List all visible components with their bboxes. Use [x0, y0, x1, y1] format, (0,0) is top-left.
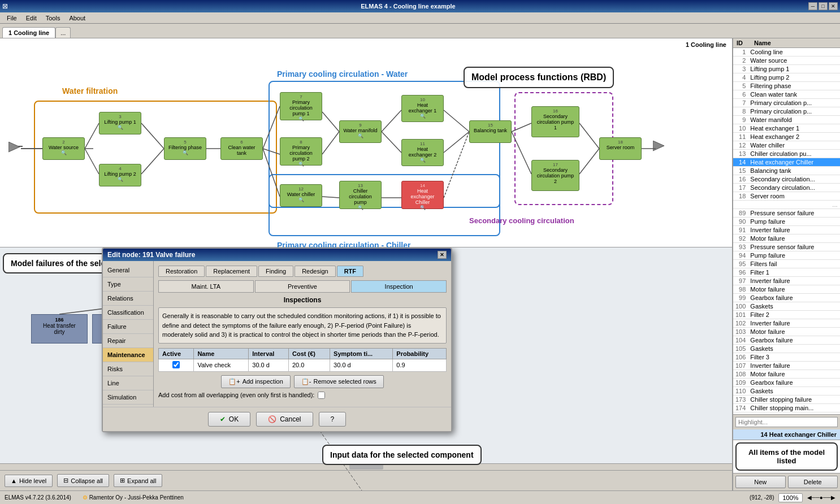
rbd-node-9[interactable]: 9 Water manifold 🔍 [339, 120, 382, 143]
rbd-node-7[interactable]: 7 Primary circulation pump 1 🔍 [280, 92, 322, 120]
list-item[interactable]: 102Inverter failure [733, 319, 840, 328]
sidebar-classification[interactable]: Classification [103, 306, 153, 320]
list-item[interactable]: 6Clean water tank [733, 90, 840, 99]
rbd-node-3[interactable]: 3 Lifting pump 1 🔍 [99, 112, 141, 134]
cell-active[interactable] [159, 359, 194, 371]
list-item[interactable]: 108Motor failure [733, 370, 840, 379]
list-item[interactable]: 95Filters fail [733, 260, 840, 268]
fta-scrollbar-h[interactable] [0, 463, 732, 470]
tab-replacement[interactable]: Replacement [206, 266, 257, 277]
list-item[interactable]: 107Inverter failure [733, 362, 840, 370]
maximize-button[interactable]: □ [819, 2, 828, 10]
list-item[interactable]: 106Filter 3 [733, 353, 840, 362]
dialog-close-button[interactable]: ✕ [438, 251, 447, 259]
delete-button[interactable]: Delete [788, 476, 838, 488]
list-item[interactable]: 174Chiller stopping main... [733, 404, 840, 412]
list-item[interactable]: 96Filter 1 [733, 268, 840, 277]
menu-edit[interactable]: Edit [21, 14, 41, 23]
tab-restoration[interactable]: Restoration [158, 266, 205, 277]
rbd-node-16[interactable]: 16 Secondary circulation pump 1 [531, 106, 579, 137]
type-inspection[interactable]: Inspection [351, 280, 447, 293]
active-checkbox[interactable] [172, 361, 180, 368]
rbd-node-11[interactable]: 11 Heat exchanger 2 🔍 [401, 139, 444, 166]
list-item[interactable]: 10Heat exchanger 1 [733, 124, 840, 133]
list-item[interactable]: 97Inverter failure [733, 277, 840, 285]
menu-tools[interactable]: Tools [41, 14, 65, 23]
rbd-node-2[interactable]: 2 Water source 🔍 [42, 137, 85, 160]
tab-rtf[interactable]: RTF [337, 266, 363, 277]
list-item[interactable]: 5Filtering phase [733, 82, 840, 90]
list-item[interactable]: 8Primary circulation p... [733, 107, 840, 116]
sidebar-repair[interactable]: Repair [103, 334, 153, 348]
rbd-node-6[interactable]: 6 Clean water tank [220, 137, 263, 160]
list-item[interactable]: 101Filter 2 [733, 311, 840, 319]
rbd-node-17[interactable]: 17 Secondary circulation pump 2 [531, 160, 579, 191]
zoom-slider[interactable]: ◀──●──▶ [807, 494, 835, 501]
collapse-all-button[interactable]: ⊟ Collapse all [57, 474, 109, 487]
rbd-node-12[interactable]: 12 Water chiller 🔍 [280, 184, 322, 207]
rbd-node-14[interactable]: 14 Heat exchanger Chiller 🔍 [401, 181, 444, 209]
add-inspection-button[interactable]: 📋+ Add inspection [221, 375, 291, 388]
list-item[interactable]: 16Secondary circulation... [733, 175, 840, 184]
list-item[interactable]: 98Motor failure [733, 285, 840, 294]
rbd-node-8[interactable]: 8 Primary circulation pump 2 🔍 [280, 137, 322, 166]
list-item[interactable]: 1Cooling line [733, 48, 840, 57]
ok-button[interactable]: ✔ OK [208, 412, 250, 427]
list-item[interactable]: 92Motor failure [733, 234, 840, 243]
list-item[interactable]: 11Heat exchanger 2 [733, 133, 840, 141]
list-item[interactable]: 99Gearbox failure [733, 294, 840, 302]
list-item-selected[interactable]: 14Heat exchanger Chiller [733, 158, 840, 167]
right-panel-list[interactable]: 1Cooling line 2Water source 3Lifting pum… [733, 48, 840, 414]
rbd-node-13[interactable]: 13 Chiller circulation pump 🔍 [339, 181, 382, 209]
help-button[interactable]: ? [319, 412, 347, 427]
sidebar-risks[interactable]: Risks [103, 362, 153, 376]
menu-file[interactable]: File [2, 14, 21, 23]
sidebar-simulation[interactable]: Simulation [103, 390, 153, 405]
list-item[interactable]: 13Chiller circulation pu... [733, 150, 840, 158]
list-item[interactable]: 91Inverter failure [733, 226, 840, 234]
list-item[interactable]: 100Gaskets [733, 302, 840, 311]
expand-all-button[interactable]: ⊞ Expand all [114, 474, 162, 487]
list-item[interactable]: 4Lifting pump 2 [733, 73, 840, 82]
list-item[interactable]: 173Chiller stopping failure [733, 396, 840, 404]
list-item[interactable]: 110Gaskets [733, 387, 840, 396]
tab-redesign[interactable]: Redesign [295, 266, 335, 277]
list-item[interactable]: 103Motor failure [733, 328, 840, 336]
type-maint-lta[interactable]: Maint. LTA [158, 280, 254, 293]
list-item[interactable]: 9Water manifold [733, 116, 840, 124]
overlap-checkbox[interactable] [318, 392, 325, 399]
minimize-button[interactable]: ─ [808, 2, 817, 10]
new-button[interactable]: New [735, 476, 786, 488]
list-item[interactable]: 104Gearbox failure [733, 336, 840, 345]
rbd-node-15[interactable]: 15 Balancing tank [469, 120, 512, 143]
hide-level-button[interactable]: ▲ Hide level [5, 475, 53, 487]
cancel-button[interactable]: 🚫 Cancel [256, 412, 313, 427]
table-row[interactable]: Valve check 30.0 d 20.0 30.0 d 0.9 [159, 359, 447, 371]
tab-more[interactable]: ... [55, 27, 71, 38]
sidebar-line[interactable]: Line [103, 376, 153, 390]
close-button[interactable]: ✕ [829, 2, 838, 10]
list-item[interactable]: 109Gearbox failure [733, 379, 840, 387]
list-item[interactable]: 12Water chiller [733, 141, 840, 150]
tab-cooling-line[interactable]: 1 Cooling line [2, 27, 55, 38]
list-item[interactable]: 17Secondary circulation... [733, 184, 840, 192]
list-item[interactable]: 89Pressure sensor failure [733, 209, 840, 218]
list-item[interactable]: 90Pump failure [733, 218, 840, 226]
rbd-node-4[interactable]: 4 Lifting pump 2 🔍 [99, 164, 141, 186]
list-item[interactable]: 3Lifting pump 1 [733, 65, 840, 73]
list-item[interactable]: 18Server room [733, 192, 840, 201]
list-item[interactable]: 7Primary circulation p... [733, 99, 840, 107]
list-item[interactable]: 105Gaskets [733, 345, 840, 353]
remove-rows-button[interactable]: 📋- Remove selected rows [294, 375, 384, 388]
fta-node-186[interactable]: 186 Heat transferdirty [31, 314, 88, 344]
sidebar-relations[interactable]: Relations [103, 292, 153, 306]
sidebar-failure[interactable]: Failure [103, 320, 153, 334]
sidebar-general[interactable]: General [103, 263, 153, 277]
type-preventive[interactable]: Preventive [255, 280, 350, 293]
list-item[interactable]: ... [733, 201, 840, 209]
list-item[interactable]: 2Water source [733, 57, 840, 65]
rbd-node-5[interactable]: 5 Filtering phase 🔍 [164, 137, 206, 160]
rbd-node-18[interactable]: 18 Server room [599, 137, 642, 160]
menu-about[interactable]: About [64, 14, 90, 23]
tab-finding[interactable]: Finding [258, 266, 293, 277]
